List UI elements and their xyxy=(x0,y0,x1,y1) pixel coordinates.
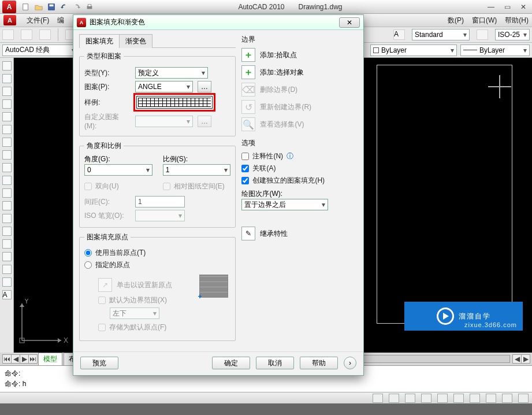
combo-pattern[interactable]: ANGLE xyxy=(135,81,193,92)
preview-button[interactable]: 预览 xyxy=(80,357,118,369)
doc-title: Drawing1.dwg xyxy=(299,3,343,11)
tool-ellipsearc-icon[interactable] xyxy=(2,188,12,198)
sb-ortho-icon[interactable] xyxy=(405,394,415,403)
svg-rect-0 xyxy=(23,3,28,10)
qat-redo-icon[interactable] xyxy=(71,1,83,13)
ltype-combo[interactable]: ByLayer xyxy=(460,45,530,56)
check-separate[interactable]: 创建独立的图案填充(H) xyxy=(241,176,358,186)
app-logo-icon[interactable]: A xyxy=(2,1,16,13)
sb-qp-icon[interactable] xyxy=(518,394,529,403)
tool-gradient-icon[interactable] xyxy=(2,252,12,261)
color-swatch-icon xyxy=(373,47,379,53)
hscroll-left-icon[interactable]: ◀ xyxy=(512,354,522,364)
cursor-icon xyxy=(488,75,511,98)
rb-open-icon[interactable] xyxy=(21,29,32,40)
qat-save-icon[interactable] xyxy=(46,1,57,13)
color-combo[interactable]: ByLayer xyxy=(370,45,457,56)
check-annotative[interactable]: 注释性(N) ⓘ xyxy=(241,151,358,161)
check-default-bound: 默认为边界范围(X) xyxy=(98,295,192,305)
sb-snap-icon[interactable] xyxy=(373,394,383,403)
menu-window[interactable]: 窗口(W) xyxy=(472,16,497,25)
tool-insert-icon[interactable] xyxy=(2,201,12,210)
dialog-title: 图案填充和渐变色 xyxy=(90,17,339,27)
menu-help[interactable]: 帮助(H) xyxy=(505,16,529,25)
check-rel-paper: 相对图纸空间(E) xyxy=(163,181,231,191)
tool-spline-icon[interactable] xyxy=(2,163,12,172)
sample-swatch[interactable] xyxy=(136,96,213,109)
tool-ellipse-icon[interactable] xyxy=(2,176,12,185)
textstyle-combo[interactable]: Standard xyxy=(412,29,470,40)
sb-lwt-icon[interactable] xyxy=(502,394,512,403)
dimstyle-combo[interactable]: ISO-25 xyxy=(495,29,530,40)
qat-print-icon[interactable] xyxy=(84,1,95,13)
pattern-browse-button[interactable]: … xyxy=(198,81,211,92)
sb-polar-icon[interactable] xyxy=(421,394,431,403)
tool-rect-icon[interactable] xyxy=(2,112,12,121)
menu-file[interactable]: 文件(F) xyxy=(27,16,49,25)
tool-point-icon[interactable] xyxy=(2,227,12,236)
sb-grid-icon[interactable] xyxy=(389,394,399,403)
dialog-close-button[interactable]: ✕ xyxy=(339,17,360,28)
rb-new-icon[interactable] xyxy=(2,29,14,40)
tool-revcloud-icon[interactable] xyxy=(2,150,12,160)
boundary-title: 边界 xyxy=(241,35,358,45)
tool-xline-icon[interactable] xyxy=(2,74,12,83)
tool-circle-icon[interactable] xyxy=(2,138,12,147)
add-pick-button[interactable]: ＋添加:拾取点 xyxy=(241,48,358,62)
rb-dimstyle-icon[interactable] xyxy=(477,29,488,40)
combo-angle[interactable]: 0 xyxy=(84,164,152,176)
tool-region-icon[interactable] xyxy=(2,265,12,274)
tool-hatch-icon[interactable] xyxy=(2,239,12,249)
combo-scale[interactable]: 1 xyxy=(163,164,231,176)
qat-new-icon[interactable] xyxy=(20,1,32,13)
help-button[interactable]: 帮助 xyxy=(300,357,338,369)
menu-param[interactable]: 数(P) xyxy=(448,16,464,25)
combo-type[interactable]: 预定义 xyxy=(135,67,208,79)
combo-isopen xyxy=(135,210,185,221)
menu-edit-cut[interactable]: 编 xyxy=(57,16,64,25)
close-win-icon[interactable]: ✕ xyxy=(518,1,529,13)
radio-current-origin[interactable]: 使用当前原点(T) xyxy=(84,248,230,258)
tool-arc-icon[interactable] xyxy=(2,125,12,134)
plus-icon: ＋ xyxy=(244,49,253,61)
rb-textstyle-icon[interactable]: A xyxy=(393,29,405,40)
check-associative[interactable]: 关联(A) xyxy=(241,164,358,173)
group-origin: 图案填充原点 使用当前原点(T) 指定的原点 ↗单击以设置新原点 默认为边界范围… xyxy=(79,232,236,341)
tool-block-icon[interactable] xyxy=(2,214,12,223)
combo-draworder[interactable]: 置于边界之后 xyxy=(241,199,328,210)
tab-gradient[interactable]: 渐变色 xyxy=(119,34,152,48)
inherit-button[interactable]: ✎继承特性 xyxy=(241,227,358,240)
drawing-rectangle xyxy=(377,65,512,324)
tab-nav-first-icon[interactable]: ⏮ xyxy=(2,354,12,364)
tab-nav-prev-icon[interactable]: ◀ xyxy=(11,354,20,364)
sb-osnap-icon[interactable] xyxy=(437,394,448,403)
menu-logo-icon[interactable]: A xyxy=(3,15,16,25)
tool-table-icon[interactable] xyxy=(2,277,12,287)
min-icon[interactable]: — xyxy=(485,1,497,13)
tab-nav-last-icon[interactable]: ⏭ xyxy=(28,354,38,364)
rb-save-icon[interactable] xyxy=(39,29,51,40)
workspace-combo[interactable]: AutoCAD 经典 xyxy=(2,45,77,56)
tool-polygon-icon[interactable] xyxy=(2,99,12,109)
tab-hatch[interactable]: 图案填充 xyxy=(79,34,120,48)
sb-ducs-icon[interactable] xyxy=(470,394,480,403)
tool-line-icon[interactable] xyxy=(2,61,12,71)
tool-text-icon[interactable]: A xyxy=(2,290,12,299)
sb-dyn-icon[interactable] xyxy=(486,394,496,403)
tab-model[interactable]: 模型 xyxy=(38,353,62,366)
svg-text:Y: Y xyxy=(24,299,29,305)
qat-undo-icon[interactable] xyxy=(58,1,70,13)
qat-open-icon[interactable] xyxy=(33,1,44,13)
max-icon[interactable]: ▭ xyxy=(501,1,513,13)
hscroll-right-icon[interactable]: ▶ xyxy=(521,354,530,364)
radio-spec-origin[interactable]: 指定的原点 xyxy=(84,260,230,270)
add-select-button[interactable]: ＋添加:选择对象 xyxy=(241,65,358,79)
cancel-button[interactable]: 取消 xyxy=(256,357,294,369)
sb-otrack-icon[interactable] xyxy=(453,394,464,403)
tab-nav-next-icon[interactable]: ▶ xyxy=(20,354,29,364)
tool-pline-icon[interactable] xyxy=(2,87,12,96)
expand-button[interactable]: › xyxy=(344,357,356,369)
info-icon[interactable]: ⓘ xyxy=(287,151,293,161)
group-type-pattern: 类型和图案 类型(Y): 预定义 图案(P): ANGLE … 样例: 自定义图… xyxy=(79,51,236,136)
ok-button[interactable]: 确定 xyxy=(212,357,250,369)
